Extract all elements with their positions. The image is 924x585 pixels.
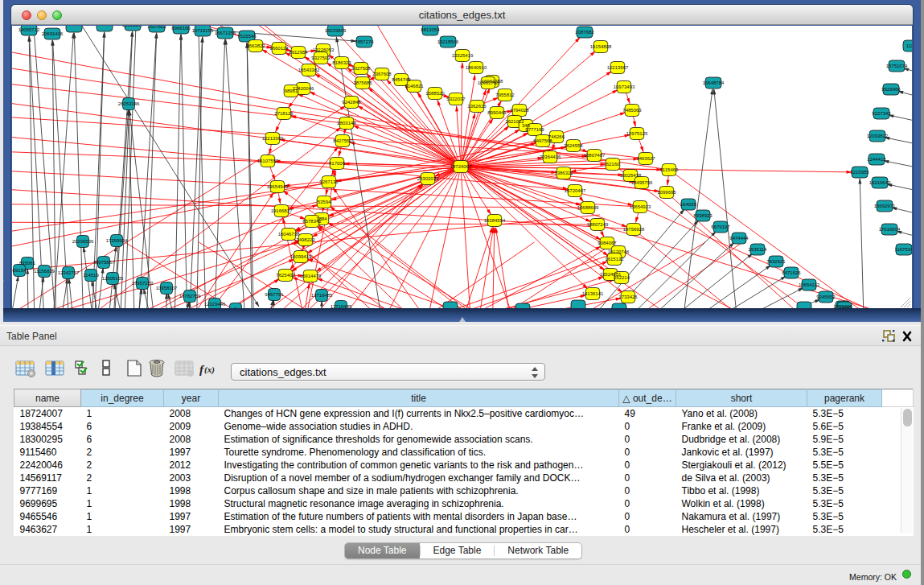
svg-text:62160: 62160 <box>606 162 620 167</box>
svg-text:8938923: 8938923 <box>693 213 713 218</box>
svg-text:10807487: 10807487 <box>584 153 606 158</box>
svg-text:25302033: 25302033 <box>417 176 439 181</box>
svg-text:2718126: 2718126 <box>274 111 294 116</box>
svg-text:19218506: 19218506 <box>437 39 459 44</box>
svg-text:19654943: 19654943 <box>267 184 289 189</box>
svg-text:417006: 417006 <box>329 161 346 166</box>
svg-text:9474444: 9474444 <box>729 236 749 241</box>
svg-text:19166827: 19166827 <box>271 208 293 213</box>
svg-text:15692971: 15692971 <box>874 204 896 208</box>
svg-text:13716485: 13716485 <box>311 293 333 298</box>
svg-text:10973493: 10973493 <box>614 84 635 89</box>
svg-text:9242848: 9242848 <box>342 100 361 105</box>
svg-text:1099695: 1099695 <box>657 190 676 195</box>
svg-text:11156829: 11156829 <box>34 269 55 274</box>
svg-text:7515546: 7515546 <box>237 34 257 39</box>
svg-text:18807249: 18807249 <box>587 222 609 227</box>
svg-text:2367608: 2367608 <box>372 72 392 76</box>
svg-text:12213369: 12213369 <box>262 136 284 141</box>
svg-text:9245652: 9245652 <box>816 295 836 299</box>
svg-text:18495756: 18495756 <box>631 180 653 185</box>
svg-text:9146821: 9146821 <box>405 84 424 89</box>
svg-text:9327503: 9327503 <box>311 56 331 60</box>
svg-text:10961768: 10961768 <box>478 80 499 85</box>
svg-text:10025438: 10025438 <box>620 173 642 178</box>
svg-text:17957253: 17957253 <box>132 281 154 286</box>
svg-text:9457791: 9457791 <box>265 292 284 297</box>
svg-text:19384554: 19384554 <box>484 218 506 223</box>
svg-text:2803144: 2803144 <box>337 121 356 126</box>
svg-text:8471626: 8471626 <box>782 270 801 275</box>
svg-text:8427552: 8427552 <box>333 138 352 143</box>
svg-text:12093822: 12093822 <box>867 134 889 138</box>
svg-text:19756928: 19756928 <box>623 227 645 232</box>
svg-text:20364436: 20364436 <box>540 154 561 159</box>
svg-text:7663822: 7663822 <box>246 43 265 48</box>
svg-text:2935114: 2935114 <box>749 247 768 252</box>
svg-text:8813054: 8813054 <box>421 27 440 32</box>
svg-text:3875685: 3875685 <box>353 80 372 85</box>
svg-text:17359934: 17359934 <box>106 238 128 243</box>
svg-text:9327508: 9327508 <box>351 66 371 71</box>
svg-text:6966160: 6966160 <box>171 26 191 31</box>
svg-text:16210643: 16210643 <box>869 180 891 185</box>
svg-text:746266: 746266 <box>548 134 565 139</box>
svg-text:16120746: 16120746 <box>608 249 630 254</box>
svg-text:15720407: 15720407 <box>565 188 586 193</box>
svg-text:1733426: 1733426 <box>618 295 638 299</box>
svg-text:3498222: 3498222 <box>296 237 315 242</box>
svg-text:9529966: 9529966 <box>881 87 901 92</box>
svg-text:10719155: 10719155 <box>192 28 214 33</box>
svg-text:9115460: 9115460 <box>660 167 680 172</box>
svg-text:8912954: 8912954 <box>289 50 308 55</box>
svg-text:1112: 1112 <box>906 43 912 48</box>
svg-text:39154: 39154 <box>13 268 27 273</box>
svg-text:16648784: 16648784 <box>703 80 725 85</box>
svg-text:14136141: 14136141 <box>582 291 604 296</box>
svg-text:1167534: 1167534 <box>895 247 912 252</box>
svg-text:7386322: 7386322 <box>554 171 573 175</box>
svg-text:16543382: 16543382 <box>298 68 320 72</box>
svg-text:16107553: 16107553 <box>257 159 279 163</box>
svg-text:18640910: 18640910 <box>466 65 487 70</box>
svg-text:12505135: 12505135 <box>102 276 124 281</box>
svg-text:8578342: 8578342 <box>302 219 322 224</box>
svg-text:10958107: 10958107 <box>156 286 178 290</box>
svg-text:17016504: 17016504 <box>879 227 901 232</box>
svg-text:835061: 835061 <box>19 261 36 266</box>
svg-text:30975867: 30975867 <box>93 260 115 265</box>
svg-text:16033809: 16033809 <box>325 28 347 33</box>
svg-text:(x): (x) <box>204 365 215 375</box>
svg-text:252214: 252214 <box>614 275 630 280</box>
svg-text:6794028: 6794028 <box>510 108 529 113</box>
svg-text:7625402: 7625402 <box>276 273 295 278</box>
svg-text:98961: 98961 <box>285 89 298 93</box>
svg-text:3215955: 3215955 <box>850 170 869 175</box>
svg-text:9660124: 9660124 <box>269 46 289 51</box>
svg-text:20206536: 20206536 <box>72 239 94 244</box>
svg-text:7485063: 7485063 <box>622 108 642 113</box>
svg-text:16099419: 16099419 <box>290 254 312 259</box>
svg-text:8990443: 8990443 <box>487 110 507 115</box>
svg-text:16914479: 16914479 <box>300 274 322 278</box>
svg-text:10654112: 10654112 <box>799 282 820 287</box>
svg-text:1588520: 1588520 <box>425 91 445 96</box>
svg-text:10688609: 10688609 <box>577 205 599 210</box>
svg-text:13226053: 13226053 <box>313 47 335 52</box>
svg-text:16782759: 16782759 <box>179 294 201 299</box>
svg-text:9777169: 9777169 <box>525 127 544 132</box>
svg-text:1527602: 1527602 <box>147 26 166 29</box>
svg-text:13325419: 13325419 <box>452 53 474 58</box>
svg-text:114519: 114519 <box>83 273 99 278</box>
svg-text:7955812: 7955812 <box>495 93 515 97</box>
svg-text:6679197: 6679197 <box>711 225 730 229</box>
svg-text:16046738: 16046738 <box>278 232 300 237</box>
svg-text:164095: 164095 <box>680 202 697 207</box>
svg-text:9227343: 9227343 <box>872 111 891 116</box>
svg-text:12342757: 12342757 <box>58 270 80 275</box>
svg-text:16671355: 16671355 <box>215 31 236 35</box>
svg-text:7632621: 7632621 <box>766 259 786 264</box>
svg-text:5322037: 5322037 <box>446 97 466 101</box>
svg-text:1244415: 1244415 <box>867 157 886 162</box>
svg-text:3624554: 3624554 <box>564 143 583 148</box>
